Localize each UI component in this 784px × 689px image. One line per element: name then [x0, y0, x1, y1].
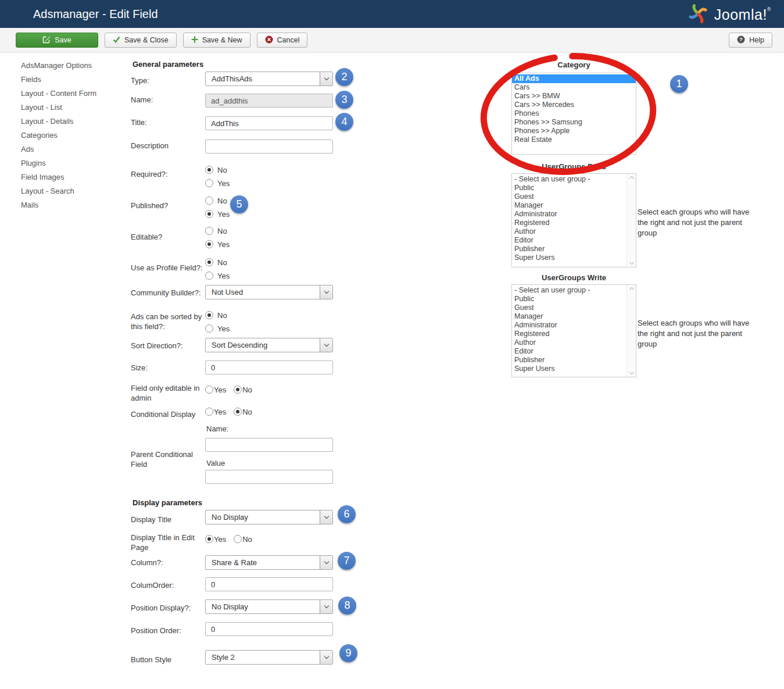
radio-icon[interactable]: [205, 210, 213, 218]
profile-yes-option[interactable]: Yes: [205, 271, 230, 280]
usergroup-option[interactable]: Editor: [512, 236, 627, 245]
radio-icon[interactable]: [234, 385, 242, 394]
sidebar-item[interactable]: Mails: [21, 198, 126, 212]
sidebar-item[interactable]: Ads: [21, 142, 126, 156]
usergroup-option[interactable]: Administrator: [512, 321, 627, 330]
column-order-input[interactable]: [205, 577, 333, 591]
admin-only-no-option[interactable]: No: [234, 385, 252, 394]
radio-icon[interactable]: [205, 535, 213, 543]
category-option[interactable]: Cars >> BMW: [512, 92, 636, 101]
size-input[interactable]: [205, 360, 333, 374]
save-close-button[interactable]: Save & Close: [105, 33, 177, 48]
sidebar-item[interactable]: Layout - Details: [21, 115, 126, 128]
usergroups-read-listbox[interactable]: - Select an user group -PublicGuestManag…: [511, 173, 636, 267]
scroll-up-icon[interactable]: [629, 287, 633, 292]
scroll-up-icon[interactable]: [629, 176, 633, 181]
category-option[interactable]: Cars >> Mercedes: [512, 101, 636, 109]
usergroup-option[interactable]: Publisher: [512, 356, 627, 365]
usergroup-option[interactable]: Manager: [512, 312, 627, 321]
radio-icon[interactable]: [234, 408, 242, 416]
admin-only-yes-option[interactable]: Yes: [205, 385, 226, 394]
category-option[interactable]: Phones >> Samsung: [512, 118, 636, 127]
help-button[interactable]: ? Help: [729, 33, 772, 48]
radio-icon[interactable]: [205, 179, 213, 187]
category-listbox[interactable]: All AdsCarsCars >> BMWCars >> MercedesPh…: [511, 73, 636, 155]
usergroup-option[interactable]: Public: [512, 295, 627, 304]
usergroup-option[interactable]: Editor: [512, 347, 627, 356]
sidebar-item[interactable]: Plugins: [21, 156, 126, 170]
dt-edit-no-option[interactable]: No: [234, 535, 252, 544]
usergroup-option[interactable]: Super Users: [512, 365, 627, 373]
position-display-select[interactable]: No Display: [205, 599, 333, 614]
usergroup-option[interactable]: Registered: [512, 330, 627, 338]
profile-no-option[interactable]: No: [205, 258, 227, 267]
conditional-yes-option[interactable]: Yes: [205, 408, 226, 416]
position-order-label: Position Order:: [131, 626, 207, 636]
usergroup-option[interactable]: Guest: [512, 304, 627, 312]
display-title-select[interactable]: No Display: [205, 510, 333, 524]
published-yes-option[interactable]: Yes: [205, 209, 230, 219]
usergroup-option[interactable]: Registered: [512, 219, 627, 227]
scrollbar[interactable]: [627, 285, 636, 377]
scroll-down-icon[interactable]: [629, 370, 633, 374]
scroll-down-icon[interactable]: [629, 260, 633, 265]
radio-icon[interactable]: [205, 240, 213, 248]
usergroups-write-listbox[interactable]: - Select an user group -PublicGuestManag…: [511, 284, 636, 377]
sidebar-item[interactable]: Field Images: [21, 170, 126, 184]
usergroup-option[interactable]: Author: [512, 338, 627, 347]
radio-icon[interactable]: [234, 535, 242, 543]
save-button[interactable]: Save: [16, 33, 98, 48]
description-input[interactable]: [205, 140, 333, 153]
position-order-input[interactable]: [205, 622, 333, 636]
radio-icon[interactable]: [205, 258, 213, 266]
radio-icon[interactable]: [205, 311, 213, 319]
radio-icon[interactable]: [205, 272, 213, 280]
published-no-option[interactable]: No: [205, 196, 227, 205]
usergroup-option[interactable]: Author: [512, 227, 627, 236]
sidebar-item[interactable]: AdsManager Options: [21, 59, 126, 73]
radio-icon[interactable]: [205, 408, 213, 416]
parent-name-input[interactable]: [205, 438, 333, 452]
sidebar-item[interactable]: Layout - Content Form: [21, 87, 126, 101]
sidebar-item[interactable]: Layout - List: [21, 101, 126, 115]
usergroup-option[interactable]: - Select an user group -: [512, 286, 627, 295]
usergroup-option[interactable]: Publisher: [512, 245, 627, 254]
radio-icon[interactable]: [205, 324, 213, 333]
parent-value-input[interactable]: [205, 470, 333, 484]
column-select[interactable]: Share & Rate: [205, 555, 333, 570]
button-style-select[interactable]: Style 2: [205, 650, 333, 665]
usergroup-option[interactable]: Public: [512, 184, 627, 192]
sortable-no-option[interactable]: No: [205, 310, 227, 320]
usergroup-option[interactable]: - Select an user group -: [512, 175, 627, 184]
type-select[interactable]: AddThisAds: [205, 72, 333, 86]
dt-edit-yes-option[interactable]: Yes: [205, 535, 226, 544]
radio-icon[interactable]: [205, 166, 213, 174]
radio-icon[interactable]: [205, 197, 213, 205]
editable-no-option[interactable]: No: [205, 226, 227, 235]
required-yes-option[interactable]: Yes: [205, 179, 230, 188]
sidebar-item[interactable]: Fields: [21, 73, 126, 87]
radio-icon[interactable]: [205, 385, 213, 394]
sidebar-item[interactable]: Layout - Search: [21, 184, 126, 198]
usergroup-option[interactable]: Super Users: [512, 254, 627, 262]
category-option[interactable]: All Ads: [512, 74, 636, 83]
sort-direction-select[interactable]: Sort Descending: [205, 338, 333, 352]
title-input[interactable]: [205, 116, 333, 130]
save-new-button[interactable]: Save & New: [183, 33, 250, 48]
radio-icon[interactable]: [205, 227, 213, 235]
category-option[interactable]: Phones: [512, 109, 636, 118]
cancel-button[interactable]: Cancel: [257, 33, 308, 48]
editable-yes-option[interactable]: Yes: [205, 240, 230, 249]
usergroup-option[interactable]: Manager: [512, 201, 627, 210]
sidebar-item[interactable]: Categories: [21, 128, 126, 142]
conditional-no-option[interactable]: No: [234, 408, 252, 416]
usergroup-option[interactable]: Administrator: [512, 210, 627, 219]
category-option[interactable]: Cars: [512, 83, 636, 92]
usergroup-option[interactable]: Guest: [512, 192, 627, 201]
sortable-yes-option[interactable]: Yes: [205, 324, 230, 333]
category-option[interactable]: Phones >> Apple: [512, 127, 636, 135]
required-no-option[interactable]: No: [205, 165, 227, 174]
category-option[interactable]: Real Estate: [512, 135, 636, 144]
community-builder-select[interactable]: Not Used: [205, 285, 333, 299]
scrollbar[interactable]: [627, 174, 636, 267]
